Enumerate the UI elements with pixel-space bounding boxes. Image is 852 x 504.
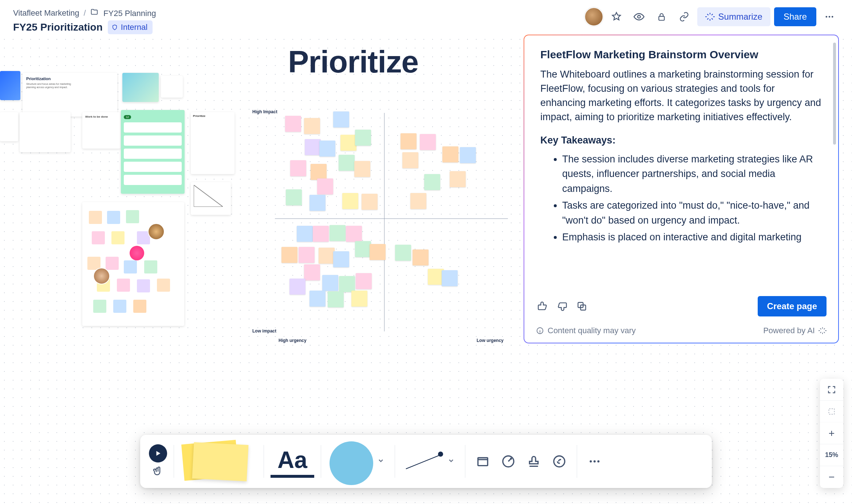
- breadcrumb-space[interactable]: Vitafleet Marketing: [13, 8, 79, 18]
- sticky-note[interactable]: [395, 245, 411, 261]
- copy-icon: [577, 301, 587, 311]
- sticky-note[interactable]: [304, 118, 320, 134]
- sticky-note[interactable]: [450, 171, 466, 187]
- axes-card[interactable]: [191, 182, 231, 215]
- hand-tool[interactable]: [153, 466, 163, 479]
- sticky-note[interactable]: [330, 225, 346, 241]
- sticky-note-tool[interactable]: [181, 441, 257, 481]
- sticky-note[interactable]: [402, 152, 418, 168]
- sticky-note[interactable]: [309, 291, 326, 307]
- tasks-card[interactable]: 12: [121, 110, 185, 194]
- sticky-note[interactable]: [333, 251, 349, 267]
- share-button[interactable]: Share: [774, 7, 816, 26]
- prioritization-card[interactable]: Prioritization Structure and focus areas…: [23, 73, 117, 117]
- sticky-note[interactable]: [289, 279, 305, 295]
- thumbnail-card[interactable]: [20, 112, 71, 152]
- priority-matrix[interactable]: High Impact Low impact High urgency Low …: [275, 113, 508, 331]
- sticky-note[interactable]: [319, 248, 335, 264]
- svg-point-13: [597, 460, 600, 462]
- presentation-button[interactable]: [149, 444, 167, 462]
- breadcrumb-parent[interactable]: FY25 Planning: [90, 8, 156, 18]
- sticky-note[interactable]: [442, 146, 458, 162]
- sticky-note[interactable]: [410, 193, 426, 209]
- ai-bullet: The session includes diverse marketing s…: [562, 152, 822, 196]
- sticky-note[interactable]: [442, 270, 458, 286]
- more-button[interactable]: [820, 7, 839, 26]
- work-card[interactable]: Work to be done: [82, 112, 121, 149]
- svg-point-2: [826, 16, 828, 18]
- sticky-note[interactable]: [340, 135, 356, 151]
- sticky-note[interactable]: [342, 193, 358, 209]
- ai-summary-panel: FleetFlow Marketing Brainstorm Overview …: [524, 35, 839, 343]
- summarize-button[interactable]: Summarize: [697, 7, 770, 26]
- info-icon: [536, 327, 544, 335]
- sticky-note[interactable]: [286, 189, 302, 205]
- text-tool[interactable]: Aa: [271, 445, 314, 478]
- link-icon: [679, 12, 689, 22]
- sticky-note[interactable]: [424, 174, 440, 190]
- sticky-note[interactable]: [313, 226, 329, 242]
- sticky-note[interactable]: [362, 194, 378, 210]
- sticky-note[interactable]: [355, 130, 371, 146]
- brainstorm-card[interactable]: [82, 202, 184, 326]
- sticky-note[interactable]: [285, 116, 301, 132]
- lock-button[interactable]: [652, 7, 671, 26]
- sticky-note[interactable]: [420, 134, 436, 150]
- sticky-note[interactable]: [370, 244, 386, 260]
- watch-button[interactable]: [630, 7, 648, 26]
- sticky-note[interactable]: [354, 161, 370, 177]
- sticky-note[interactable]: [305, 139, 321, 155]
- thumbnail-card[interactable]: [0, 112, 18, 141]
- sticky-note[interactable]: [401, 133, 417, 149]
- stamp-tool[interactable]: [523, 450, 545, 472]
- sticky-note[interactable]: [351, 291, 367, 307]
- sticky-note[interactable]: [311, 164, 327, 180]
- connector-dropdown[interactable]: [447, 457, 458, 466]
- star-button[interactable]: [607, 7, 626, 26]
- scrollbar-thumb[interactable]: [833, 43, 836, 145]
- notes-card[interactable]: Prioritize: [191, 112, 234, 174]
- fullscreen-button[interactable]: [820, 379, 843, 401]
- sticky-note[interactable]: [346, 226, 362, 242]
- thumbnail-card[interactable]: [0, 71, 20, 100]
- avatar[interactable]: [584, 7, 603, 26]
- shape-dropdown[interactable]: [377, 457, 388, 466]
- sticky-note[interactable]: [413, 249, 429, 265]
- thumbnail-card[interactable]: [122, 73, 159, 102]
- toolbar-more-button[interactable]: [584, 450, 606, 472]
- zoom-out-button[interactable]: [820, 466, 843, 488]
- link-tool[interactable]: [548, 450, 570, 472]
- frame-tool[interactable]: [472, 450, 494, 472]
- thumbs-up-button[interactable]: [536, 300, 549, 313]
- sticky-note[interactable]: [355, 241, 371, 257]
- smart-section-tool[interactable]: [497, 450, 519, 472]
- thumbs-down-button[interactable]: [556, 300, 569, 313]
- sticky-note[interactable]: [356, 273, 372, 289]
- sticky-note[interactable]: [319, 141, 335, 157]
- thumbs-up-icon: [537, 301, 548, 311]
- sticky-note[interactable]: [460, 147, 476, 163]
- zoom-in-button[interactable]: [820, 422, 843, 444]
- sticky-note[interactable]: [328, 291, 344, 307]
- sticky-note[interactable]: [339, 155, 355, 171]
- thumbnail-card[interactable]: [161, 76, 183, 98]
- sticky-note[interactable]: [299, 247, 315, 263]
- copy-button[interactable]: [575, 300, 588, 313]
- create-page-button[interactable]: Create page: [758, 296, 827, 316]
- ai-bullet: Tasks are categorized into "must do," "n…: [562, 198, 822, 228]
- sticky-note[interactable]: [290, 160, 306, 176]
- fit-button[interactable]: [820, 401, 843, 422]
- shape-tool[interactable]: [328, 441, 375, 481]
- connector-tool[interactable]: [402, 445, 445, 478]
- sticky-note[interactable]: [322, 275, 338, 291]
- sticky-note[interactable]: [333, 111, 349, 127]
- visibility-badge[interactable]: Internal: [108, 20, 153, 34]
- sticky-note[interactable]: [317, 178, 333, 194]
- sticky-note[interactable]: [339, 276, 355, 292]
- sticky-note[interactable]: [297, 226, 313, 242]
- sticky-note[interactable]: [309, 195, 326, 211]
- more-icon: [588, 455, 601, 468]
- sticky-note[interactable]: [304, 264, 320, 280]
- link-button[interactable]: [675, 7, 694, 26]
- sticky-note[interactable]: [281, 247, 297, 263]
